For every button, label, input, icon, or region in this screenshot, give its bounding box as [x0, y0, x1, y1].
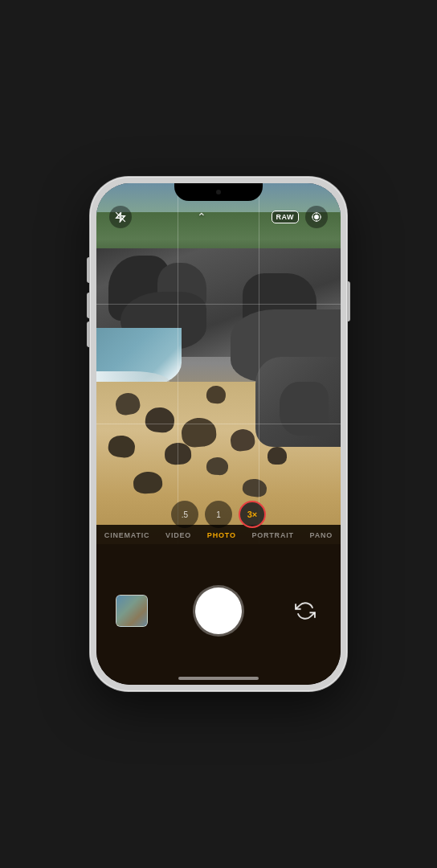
top-controls: ⌃ RAW — [96, 206, 341, 228]
live-photo-button[interactable] — [305, 206, 328, 228]
shutter-row — [96, 588, 341, 634]
flash-button[interactable] — [109, 206, 132, 228]
last-photo-thumbnail[interactable] — [116, 595, 148, 627]
zoom-1x-button[interactable]: 1 — [205, 501, 232, 528]
zoom-3x-button[interactable]: 3× — [239, 501, 266, 528]
home-indicator — [178, 677, 259, 680]
phone-frame: ⌃ RAW — [90, 177, 347, 691]
phone-screen: ⌃ RAW — [96, 183, 341, 685]
rocks-right-2 — [280, 382, 329, 436]
zoom-1x-label: 1 — [216, 510, 221, 519]
flip-camera-icon — [295, 600, 316, 621]
zoom-half-label: .5 — [182, 510, 188, 519]
mode-photo[interactable]: PHOTO — [207, 531, 236, 539]
mode-pano[interactable]: PANO — [310, 531, 333, 539]
mode-portrait[interactable]: PORTRAIT — [251, 531, 293, 539]
flash-off-icon — [115, 211, 126, 223]
mode-arrow[interactable]: ⌃ — [197, 211, 206, 223]
arrow-up-icon: ⌃ — [197, 211, 206, 223]
svg-point-1 — [315, 215, 319, 219]
zoom-half-button[interactable]: .5 — [171, 501, 198, 528]
raw-button[interactable]: RAW — [272, 211, 300, 223]
turtle-6 — [268, 447, 287, 465]
camera-dot — [216, 190, 221, 194]
mode-cinematic[interactable]: CINEMATIC — [104, 531, 150, 539]
flip-camera-button[interactable] — [289, 595, 321, 627]
bottom-controls — [96, 544, 341, 685]
mode-video[interactable]: VIDEO — [165, 531, 191, 539]
raw-label: RAW — [276, 213, 295, 221]
notch — [174, 183, 263, 201]
zoom-controls: .5 1 3× — [96, 501, 341, 528]
scene-background — [96, 183, 341, 544]
shutter-button[interactable] — [195, 588, 242, 634]
camera-viewfinder[interactable] — [96, 183, 341, 544]
live-photo-icon — [311, 211, 322, 223]
zoom-3x-label: 3× — [247, 510, 258, 519]
